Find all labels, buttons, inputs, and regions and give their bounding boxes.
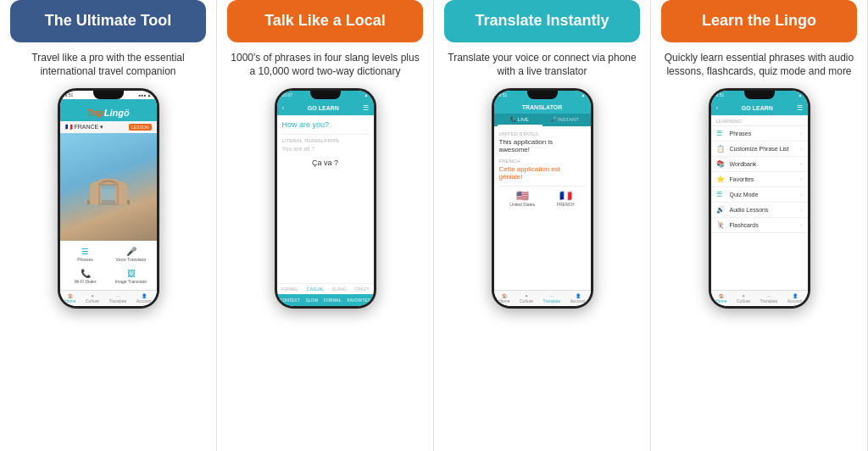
phone3-flags-row: 🇺🇸 United States 🇫🇷 FRENCH [499,186,586,207]
phone2-title: GO LEARN [308,105,339,111]
phone2-level-formal[interactable]: FORMAL [281,287,298,292]
list-item-quiz[interactable]: ☰Quiz Mode › [711,187,808,203]
phone1-nav-account[interactable]: 👤Account [136,293,152,303]
list-item-wordbank[interactable]: 📚Wordbank › [711,157,808,172]
phone4-list: ☰Phrases › 📋Customize Phrase List › 📚Wor… [711,126,808,290]
phone4-nav-account[interactable]: 👤Account [787,293,803,303]
panel2-header: Talk Like a Local [227,0,423,42]
phone1-flag: 🇫🇷 FRANCE ▾ [65,124,104,131]
phone2-btn-formal[interactable]: FORMAL [324,298,342,303]
list-item-flashcards[interactable]: 🃏Flashcards › [711,218,808,233]
phone4-nav-translate[interactable]: ↔Translate [760,293,778,303]
phone1-screen: 9:51 ●●● ▲ TripLingö 🇫🇷 FRANCE ▾ LESSON [60,91,157,306]
phone1-signal: ●●● ▲ [138,92,151,97]
panel-lingo: Learn the Lingo Quickly learn essential … [651,0,868,451]
phone3-nav-account[interactable]: 👤Account [570,293,586,303]
phone2-level-slang[interactable]: SLANG [332,287,347,292]
phone4-title: GO LEARN [742,105,773,111]
phone3-time: 9:51 [499,92,508,97]
phone2-level-casual[interactable]: CASUAL [307,287,324,292]
phone3-tab-live[interactable]: 📞 LIVE [498,114,542,126]
phone1-time: 9:51 [65,92,74,97]
phone4-nav-home[interactable]: 🏠Home [715,293,726,303]
phone1-app-header: TripLingö [60,99,157,121]
phone2-back-icon[interactable]: ‹ [282,104,285,112]
panel1-title: The Ultimate Tool [20,12,196,31]
phone1-nav-home[interactable]: 🏠Home [64,293,75,303]
phone1-landmark-image [60,133,157,241]
panel2-title: Talk Like a Local [237,12,413,31]
phone4-status: 9:51 ▲ [711,91,808,99]
phone2-bottom-bar: CONTEXT SLOW FORMAL FAVORITES [277,294,374,306]
phone1-lesson-badge: LESSON [129,124,151,131]
phone2-level-crazy[interactable]: CRAZY [355,287,370,292]
phone2-answer: Ça va ? [282,159,369,167]
phone2-trans-label: LITERAL TRANSLATION [282,134,369,143]
phone1-status: 9:51 ●●● ▲ [60,91,157,99]
panel4-header: Learn the Lingo [661,0,857,42]
phone3-nav-translate[interactable]: ↔Translate [543,293,561,303]
phone1-image-icon: 🖼 Image Translator [109,266,153,287]
phone3-lang-fr-label: FRENCH [499,159,586,164]
phone3-tab-instant[interactable]: 🎤 INSTANT [542,114,587,126]
phone2-btn-favorites[interactable]: FAVORITES [347,298,370,303]
phone2-status: 10:07 ▲ [277,91,374,99]
phone2-time: 10:07 [282,92,293,97]
phone3-bottom-bar: 🏠Home ✦Culture ↔Translate 👤Account [494,290,591,306]
phone4-menu-icon[interactable]: ☰ [797,104,803,112]
phone1-nav-translate[interactable]: ↔Translate [109,293,127,303]
phone3-signal: ▲ [581,92,586,97]
phone2-screen: 10:07 ▲ ‹ GO LEARN ☰ How are you? LITERA… [277,91,374,306]
phone3: 9:51 ▲ TRANSLATOR 📞 LIVE 🎤 INSTANT UNITE… [492,88,593,309]
svg-rect-4 [102,189,115,204]
phone1-flag-row: 🇫🇷 FRANCE ▾ LESSON [60,121,157,133]
phone2-btn-context[interactable]: CONTEXT [280,298,300,303]
panel3-title: Translate Instantly [454,12,630,31]
phone3-status: 9:51 ▲ [494,91,591,99]
phone1-voice-icon: 🎤 Voice Translator [109,244,153,264]
panel-talk-local: Talk Like a Local 1000's of phrases in f… [217,0,434,451]
phone1: 9:51 ●●● ▲ TripLingö 🇫🇷 FRANCE ▾ LESSON [58,88,159,309]
phone2-menu-icon[interactable]: ☰ [363,104,369,112]
list-item-customize[interactable]: 📋Customize Phrase List › [711,142,808,157]
phone1-icons-grid: ☰ Phrases 🎤 Voice Translator 📞 Wi-Fi Dia… [60,241,157,290]
phone3-nav-culture[interactable]: ✦Culture [520,293,533,303]
list-item-favorites[interactable]: ⭐Favorites › [711,172,808,187]
panel3-header: Translate Instantly [444,0,640,42]
phone3-text-fr: Cette application est géniale! [499,165,586,181]
svg-rect-2 [115,185,127,204]
phone3-tabs: 📞 LIVE 🎤 INSTANT [494,114,591,126]
phone3-flag-us[interactable]: 🇺🇸 United States [509,190,535,207]
panel1-desc: Travel like a pro with the essential int… [10,51,206,80]
phone2-signal: ▲ [364,92,369,97]
phone3-lang-us-label: UNITED STATES [499,131,586,136]
phone4-nav-culture[interactable]: ✦Culture [737,293,750,303]
panel1-header: The Ultimate Tool [10,0,206,42]
arc-de-triomphe-icon [83,168,134,206]
phone3-flag-fr[interactable]: 🇫🇷 FRENCH [557,190,575,207]
phone3-app-header: TRANSLATOR [494,99,591,114]
phone3-text-us: This application is awesome! [499,138,586,153]
phone4-back-icon[interactable]: ‹ [716,104,719,112]
phone2-app-header: ‹ GO LEARN ☰ [277,99,374,115]
phone2-question: How are you? [282,120,369,129]
phone4-app-header: ‹ GO LEARN ☰ [711,99,808,115]
phone3-content: UNITED STATES This application is awesom… [494,126,591,290]
panel4-title: Learn the Lingo [671,12,847,31]
phone2-btn-slow[interactable]: SLOW [305,298,318,303]
list-item-phrases[interactable]: ☰Phrases › [711,126,808,142]
phone1-logo: TripLingö [86,108,130,118]
phone4-nav-bar: 🏠Home ✦Culture ↔Translate 👤Account [711,290,808,306]
phone1-nav-culture[interactable]: ✦Culture [86,293,99,303]
phone1-phrases-icon: ☰ Phrases [64,244,108,264]
phone2-levels: FORMAL CASUAL SLANG CRAZY [277,283,374,294]
phone3-nav-home[interactable]: 🏠Home [498,293,509,303]
phone4-section-label: LEARNING [711,115,808,126]
phone4-time: 9:51 [716,92,725,97]
phone3-title: TRANSLATOR [499,104,586,110]
panel4-desc: Quickly learn essential phrases with aud… [661,51,857,80]
list-item-audio[interactable]: 🔊Audio Lessons › [711,203,808,218]
phone1-wifi-icon: 📞 Wi-Fi Dialer [64,266,108,287]
phone3-screen: 9:51 ▲ TRANSLATOR 📞 LIVE 🎤 INSTANT UNITE… [494,91,591,306]
phone4-signal: ▲ [798,92,803,97]
